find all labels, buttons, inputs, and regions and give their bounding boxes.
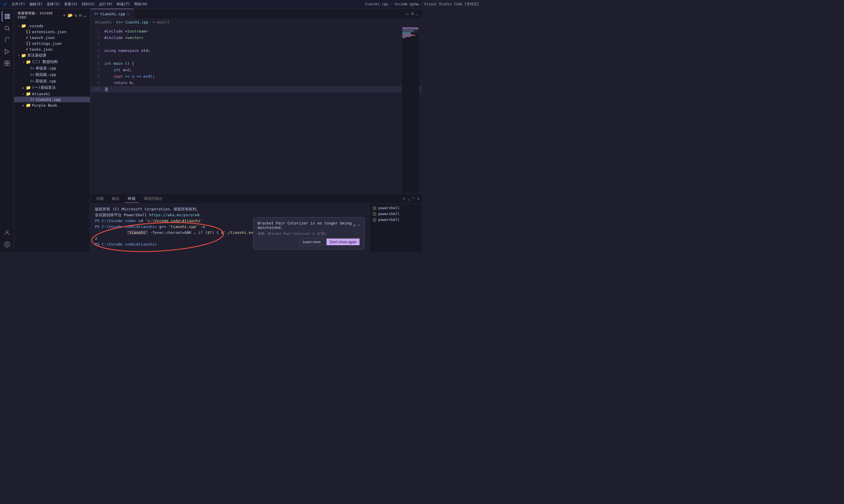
dont-show-button[interactable]: Don't show again — [326, 238, 360, 246]
svg-rect-8 — [4, 64, 6, 66]
sidebar: 资源管理器: VSCODE CODE + 📂 ↻ ⊟ … ▾ 📁 .vscode… — [14, 9, 90, 252]
tab-terminal[interactable]: 终端 — [124, 195, 139, 203]
new-terminal-icon[interactable]: + — [403, 196, 405, 201]
activity-bar — [0, 9, 14, 252]
breadcrumb-folder[interactable]: Atiaoshi — [95, 20, 112, 24]
panel-tabs: 问题 输出 终端 调试控制台 + ⌄ ⌃ ✕ — [90, 194, 422, 204]
menu-goto[interactable]: 转到(G) — [82, 2, 95, 7]
svg-marker-5 — [5, 49, 9, 54]
new-folder-icon[interactable]: 📂 — [68, 13, 73, 18]
tab-output[interactable]: 输出 — [108, 195, 123, 203]
new-file-icon[interactable]: + — [63, 13, 66, 18]
notification-gear-icon[interactable]: ⚙ — [353, 223, 356, 228]
extensions-icon[interactable] — [2, 58, 12, 69]
menu-edit[interactable]: 编辑(E) — [29, 2, 43, 7]
tree-item-purple-book[interactable]: ▶ 📁 Purple Book — [14, 102, 90, 108]
code-line-2: 2 #include <vector> — [90, 35, 422, 41]
menu-select[interactable]: 选择(S) — [47, 2, 60, 7]
tree-item-tasks[interactable]: ✗ tasks.json — [14, 46, 90, 52]
tree-item-extensions[interactable]: {} extensions.json — [14, 29, 90, 35]
activity-bar-bottom — [2, 228, 12, 250]
svg-point-0 — [5, 26, 8, 30]
tab-close-icon[interactable]: ✕ — [127, 12, 129, 16]
panel-controls: + ⌄ ⌃ ✕ — [403, 196, 420, 201]
bottom-panel: 问题 输出 终端 调试控制台 + ⌄ ⌃ ✕ 版权所有 (C) Microsof… — [90, 193, 422, 252]
svg-point-11 — [6, 244, 8, 245]
svg-rect-6 — [4, 61, 6, 63]
terminal-panel-right: ⬛ powershell ⬛ powershell ⬛ powershell — [369, 204, 422, 252]
collapse-all-icon[interactable]: ⊟ — [79, 13, 82, 18]
tree-item-algo[interactable]: ▾ 📁 算法基础课 — [14, 52, 90, 59]
tree-item-basic-algo[interactable]: ▶ 📁 (一)基础算法 — [14, 84, 90, 91]
terminal-line-1: 版权所有 (C) Microsoft Corporation。保留所有权利。 — [95, 206, 364, 212]
minimap — [401, 26, 419, 193]
titlebar-menu: 文件(F) 编辑(E) 选择(S) 查看(V) 转到(G) 运行(R) 终端(T… — [12, 2, 148, 7]
tab-tiaoshi[interactable]: C+ tiaoshi.cpp ✕ — [90, 9, 133, 19]
tree-item-tiaoshi[interactable]: C+ tiaoshi.cpp — [14, 97, 90, 102]
search-icon[interactable] — [2, 23, 12, 33]
tab-debug-console[interactable]: 调试控制台 — [140, 195, 166, 203]
sidebar-header-title: 资源管理器: VSCODE CODE — [18, 11, 63, 19]
settings-icon[interactable] — [2, 239, 12, 250]
code-line-7: 7 int a=2; — [90, 67, 422, 73]
learn-more-button[interactable]: Learn more — [300, 238, 324, 246]
menu-run[interactable]: 运行(R) — [99, 2, 112, 7]
menu-file[interactable]: 文件(F) — [12, 2, 25, 7]
code-line-8: 8 cout << a << endl; — [90, 73, 422, 80]
explorer-icon[interactable] — [2, 11, 12, 22]
notification-close-icon[interactable]: ✕ — [358, 223, 360, 228]
editor-area: C+ tiaoshi.cpp ✕ ▷ ⧉ … Atiaoshi › C++ ti… — [90, 9, 422, 252]
svg-point-10 — [6, 231, 8, 233]
split-editor-icon[interactable]: ⧉ — [411, 12, 414, 16]
tree-item-data-struct[interactable]: ▾ 📁 (二) 数据结构 — [14, 59, 90, 65]
run-debug-icon[interactable] — [2, 46, 12, 57]
sidebar-tree: ▾ 📁 .vscode {} extensions.json ✗ launch.… — [14, 22, 90, 252]
breadcrumb-symbol[interactable]: ⊙ main() — [153, 20, 170, 24]
menu-terminal[interactable]: 终端(T) — [116, 2, 130, 7]
tree-item-double-list[interactable]: C+ 双链表.cpp — [14, 78, 90, 84]
svg-point-4 — [8, 38, 9, 39]
tree-item-stack[interactable]: C+ 模拟栈.cpp — [14, 72, 90, 78]
notification-source: 来源: Bracket Pair Colorizer 2 (扩展) — [257, 232, 360, 236]
terminal-instance-1[interactable]: ⬛ powershell — [370, 205, 422, 211]
tree-item-launch[interactable]: ✗ launch.json — [14, 35, 90, 40]
tree-item-vscode[interactable]: ▾ 📁 .vscode — [14, 23, 90, 29]
panel-tab-group: 问题 输出 终端 调试控制台 — [93, 195, 166, 203]
code-line-10: 10 } — [90, 86, 422, 93]
tab-icon: C+ — [94, 12, 98, 16]
tree-item-atiaoshi[interactable]: ▾ 📁 Atiaoshi — [14, 91, 90, 97]
code-line-6: 6 int main () { — [90, 60, 422, 67]
notification: Bracket Pair Colorizer is no longer bein… — [253, 217, 364, 250]
terminal-wrapper: 版权所有 (C) Microsoft Corporation。保留所有权利。 尝… — [90, 204, 422, 252]
notification-buttons: Learn more Don't show again — [257, 238, 360, 246]
terminal-instance-2[interactable]: ⬛ powershell — [370, 211, 422, 217]
terminal-instance-3[interactable]: ⬛ powershell — [370, 217, 422, 223]
tree-item-settings[interactable]: {} settings.json — [14, 40, 90, 46]
account-icon[interactable] — [2, 228, 12, 238]
more-actions-icon[interactable]: … — [84, 13, 87, 18]
tree-item-linked-list[interactable]: C+ 单链表.cpp — [14, 65, 90, 72]
terminal-content[interactable]: 版权所有 (C) Microsoft Corporation。保留所有权利。 尝… — [90, 204, 369, 252]
vscode-logo-icon — [3, 2, 8, 7]
code-editor[interactable]: 1 #include <iostream> 2 #include <vector… — [90, 26, 422, 193]
source-control-icon[interactable] — [2, 35, 12, 45]
more-options-icon[interactable]: … — [416, 12, 418, 16]
tab-problems[interactable]: 问题 — [93, 195, 107, 203]
notification-header: Bracket Pair Colorizer is no longer bein… — [257, 221, 360, 230]
breadcrumb-sep2: › — [149, 20, 151, 24]
svg-rect-7 — [7, 61, 9, 63]
code-line-1: 1 #include <iostream> — [90, 28, 422, 35]
menu-view[interactable]: 查看(V) — [64, 2, 78, 7]
breadcrumb: Atiaoshi › C++ tiaoshi.cpp › ⊙ main() — [90, 19, 422, 26]
code-line-9: 9 return 0; — [90, 80, 422, 86]
close-panel-icon[interactable]: ✕ — [417, 196, 420, 201]
tabs-bar: C+ tiaoshi.cpp ✕ ▷ ⧉ … — [90, 9, 422, 19]
titlebar: 文件(F) 编辑(E) 选择(S) 查看(V) 转到(G) 运行(R) 终端(T… — [0, 0, 422, 9]
titlebar-title: tiaoshi.cpp - Vscode code - Visual Studi… — [365, 2, 422, 7]
menu-help[interactable]: 帮助(H) — [134, 2, 148, 7]
breadcrumb-file[interactable]: C++ tiaoshi.cpp — [116, 20, 148, 24]
refresh-icon[interactable]: ↻ — [75, 13, 77, 18]
run-file-icon[interactable]: ▷ — [407, 12, 409, 16]
maximize-panel-icon[interactable]: ⌃ — [412, 196, 415, 201]
terminal-split-icon[interactable]: ⌄ — [408, 196, 410, 201]
